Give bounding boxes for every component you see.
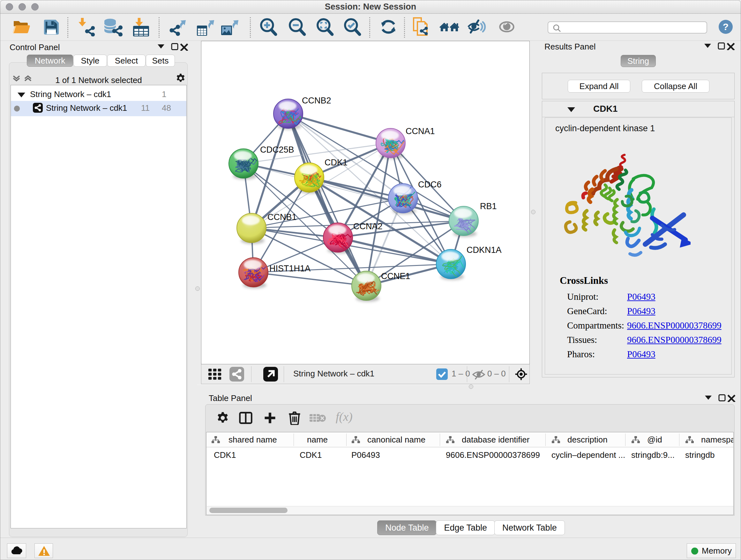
svg-text:HIST1H1A: HIST1H1A <box>269 264 311 273</box>
svg-text:CDK1: CDK1 <box>325 158 347 167</box>
svg-text:CCNB2: CCNB2 <box>302 96 331 105</box>
svg-text:CDC6: CDC6 <box>418 180 442 189</box>
svg-text:CCNA2: CCNA2 <box>353 222 383 231</box>
svg-text:CCNB1: CCNB1 <box>267 212 297 222</box>
svg-text:CCNA1: CCNA1 <box>406 126 435 136</box>
svg-text:?: ? <box>723 21 729 32</box>
svg-text:CDC25B: CDC25B <box>260 145 294 154</box>
svg-text:CCNE1: CCNE1 <box>381 271 410 281</box>
svg-text:CDKN1A: CDKN1A <box>467 245 502 255</box>
svg-text:RB1: RB1 <box>480 201 497 211</box>
